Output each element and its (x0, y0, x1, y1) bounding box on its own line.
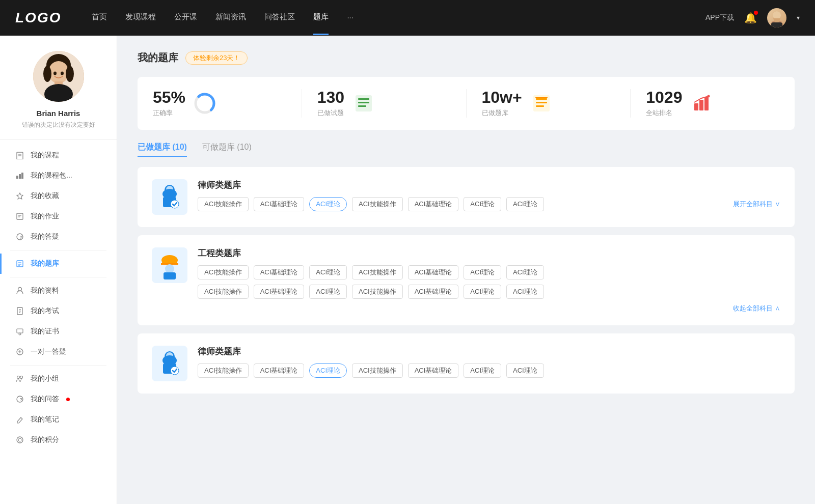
tag-item[interactable]: ACI理论 (464, 285, 501, 299)
divider-2 (10, 277, 106, 277)
sidebar-label-my-profile: 我的资料 (31, 286, 59, 295)
tab-available-banks[interactable]: 可做题库 (10) (202, 142, 252, 157)
sidebar-item-my-courses[interactable]: 我的课程 (0, 145, 117, 165)
nav-open-courses[interactable]: 公开课 (174, 12, 197, 24)
sidebar-item-favorites[interactable]: 我的收藏 (0, 186, 117, 206)
sidebar-label-group: 我的小组 (31, 374, 59, 383)
stat-done-banks: 10w+ 已做题库 (482, 89, 631, 118)
sidebar-item-points[interactable]: 我的积分 (0, 430, 117, 450)
user-avatar[interactable] (767, 8, 786, 27)
nav-courses[interactable]: 发现课程 (125, 12, 156, 24)
tag-item[interactable]: ACI基础理论 (408, 197, 459, 211)
my-courses-icon (15, 151, 24, 160)
sidebar-label-notes: 我的笔记 (31, 415, 59, 424)
tag-item[interactable]: ACI理论 (464, 197, 501, 211)
tag-item[interactable]: ACI基础理论 (408, 363, 459, 378)
tag-item[interactable]: ACI技能操作 (198, 285, 249, 299)
tag-item[interactable]: ACI理论 (506, 363, 544, 378)
nav-home[interactable]: 首页 (92, 12, 107, 24)
expand-link-lawyer-1[interactable]: 展开全部科目 ∨ (733, 200, 780, 209)
sidebar-item-certificate[interactable]: 我的证书 (0, 321, 117, 342)
tag-item[interactable]: ACI基础理论 (254, 285, 305, 299)
tag-item[interactable]: ACI基础理论 (254, 197, 305, 211)
tag-item[interactable]: ACI技能操作 (352, 265, 403, 279)
course-package-icon (15, 171, 24, 180)
nav-news[interactable]: 新闻资讯 (215, 12, 246, 24)
tag-item[interactable]: ACI技能操作 (198, 363, 249, 378)
svg-text:?: ? (20, 397, 23, 402)
tutoring-icon (15, 347, 24, 356)
tag-item[interactable]: ACI理论 (309, 265, 347, 279)
tag-item[interactable]: ACI技能操作 (198, 197, 249, 211)
svg-point-2 (773, 11, 781, 19)
nav-qa[interactable]: 问答社区 (264, 12, 295, 24)
sidebar-item-group[interactable]: 我的小组 (0, 369, 117, 389)
svg-rect-68 (164, 272, 176, 279)
sidebar-item-homework[interactable]: 我的作业 (0, 206, 117, 227)
sidebar-label-qa: 我的答疑 (31, 232, 59, 241)
tag-item[interactable]: ACI基础理论 (254, 265, 305, 279)
sidebar-label-points: 我的积分 (31, 435, 59, 444)
app-download-button[interactable]: APP下载 (705, 13, 734, 22)
svg-point-35 (19, 333, 21, 335)
svg-point-42 (17, 437, 23, 443)
sidebar-item-my-questions[interactable]: ? 我的问答 (0, 389, 117, 409)
tag-item[interactable]: ACI理论 (506, 197, 544, 211)
user-menu-arrow-icon[interactable]: ▾ (797, 14, 800, 21)
tag-item[interactable]: ACI理论 (506, 285, 544, 299)
svg-rect-3 (771, 22, 782, 27)
stat-done-questions-label: 已做试题 (317, 108, 344, 118)
sidebar-label-homework: 我的作业 (31, 212, 59, 221)
sidebar-item-notes[interactable]: 我的笔记 (0, 409, 117, 430)
profile-avatar[interactable] (33, 51, 84, 102)
my-questions-icon: ? (15, 395, 24, 404)
svg-point-67 (165, 264, 174, 273)
sidebar-label-my-questions: 我的问答 (31, 395, 59, 404)
svg-text:?: ? (20, 235, 23, 240)
lawyer-icon-2 (152, 346, 187, 381)
sidebar-item-tutoring[interactable]: 一对一答疑 (0, 342, 117, 362)
tag-item[interactable]: ACI技能操作 (198, 265, 249, 279)
svg-rect-48 (358, 102, 369, 103)
nav-right: APP下载 🔔 ▾ (705, 8, 800, 27)
stat-ranking-icon (690, 92, 713, 115)
svg-point-12 (61, 72, 64, 75)
sidebar-label-tutoring: 一对一答疑 (31, 347, 66, 356)
tag-item[interactable]: ACI理论 (464, 363, 501, 378)
bank-card-lawyer-2-body: 律师类题库 ACI技能操作 ACI基础理论 ACI理论 ACI技能操作 ACI基… (198, 346, 780, 378)
sidebar-item-course-package[interactable]: 我的课程包... (0, 165, 117, 186)
sidebar-item-my-exam[interactable]: 我的考试 (0, 301, 117, 321)
svg-rect-17 (19, 174, 21, 179)
collapse-link-engineer[interactable]: 收起全部科目 ∧ (198, 304, 780, 313)
stat-done-questions-text: 130 已做试题 (317, 89, 344, 118)
tag-item[interactable]: ACI理论 (464, 265, 501, 279)
tab-done-banks[interactable]: 已做题库 (10) (138, 142, 187, 157)
tag-item[interactable]: ACI理论 (506, 265, 544, 279)
nav-more[interactable]: ··· (347, 13, 354, 23)
notification-bell-icon[interactable]: 🔔 (744, 12, 757, 24)
nav-question-bank[interactable]: 题库 (313, 12, 329, 24)
bank-card-engineer-title: 工程类题库 (198, 247, 780, 259)
stat-accuracy: 55% 正确率 (153, 89, 302, 118)
my-profile-icon (15, 286, 24, 295)
tag-item-active[interactable]: ACI理论 (309, 363, 347, 378)
sidebar-item-qa[interactable]: ? 我的答疑 (0, 227, 117, 247)
tag-item[interactable]: ACI理论 (309, 285, 347, 299)
sidebar-label-certificate: 我的证书 (31, 327, 59, 336)
tag-item[interactable]: ACI技能操作 (352, 197, 403, 211)
tag-item[interactable]: ACI基础理论 (254, 363, 305, 378)
svg-rect-53 (536, 105, 544, 107)
tag-item[interactable]: ACI技能操作 (352, 285, 403, 299)
tag-item-active[interactable]: ACI理论 (309, 197, 347, 211)
tag-item[interactable]: ACI基础理论 (408, 265, 459, 279)
tag-item[interactable]: ACI技能操作 (352, 363, 403, 378)
stat-accuracy-text: 55% 正确率 (153, 89, 185, 118)
sidebar-item-question-bank[interactable]: 我的题库 (0, 254, 117, 274)
sidebar-item-my-profile[interactable]: 我的资料 (0, 281, 117, 301)
sidebar-label-my-courses: 我的课程 (31, 151, 59, 160)
divider-3 (10, 365, 106, 366)
tag-item[interactable]: ACI基础理论 (408, 285, 459, 299)
bank-card-lawyer-2-tags: ACI技能操作 ACI基础理论 ACI理论 ACI技能操作 ACI基础理论 AC… (198, 363, 780, 378)
stat-accuracy-icon (194, 92, 216, 115)
logo: LOGO (15, 10, 61, 26)
